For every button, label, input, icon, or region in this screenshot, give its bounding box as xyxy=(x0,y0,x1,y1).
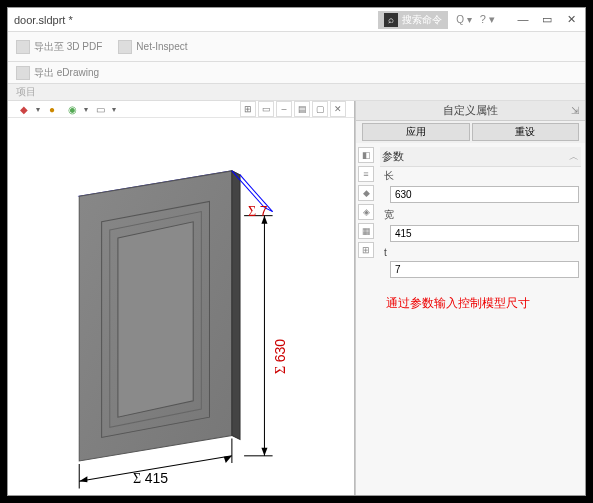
tile-icon[interactable]: ⊞ xyxy=(240,101,256,117)
panel-icon-3[interactable]: ◆ xyxy=(358,185,374,201)
stack-icon[interactable]: ▤ xyxy=(294,101,310,117)
search-box[interactable]: ⌕ 搜索命令 xyxy=(378,11,448,29)
width-label: 宽 xyxy=(380,206,581,222)
width-input[interactable] xyxy=(390,225,579,242)
dropdown-icon[interactable]: ▾ xyxy=(36,105,40,114)
assembly-icon[interactable]: ◆ xyxy=(16,101,32,117)
main-area: ◆ ▾ ● ◉ ▾ ▭ ▾ ⊞ ▭ – ▤ ▢ ✕ xyxy=(8,101,585,495)
scene-icon[interactable]: ◉ xyxy=(64,101,80,117)
viewport-controls: ⊞ ▭ – ▤ ▢ ✕ xyxy=(240,101,346,117)
dropdown-icon-3[interactable]: ▾ xyxy=(112,105,116,114)
chevron-up-icon: ︿ xyxy=(569,150,579,164)
apply-button[interactable]: 应用 xyxy=(362,123,470,141)
panel-icon-1[interactable]: ◧ xyxy=(358,147,374,163)
x-icon[interactable]: ✕ xyxy=(330,101,346,117)
section-header[interactable]: 参数 ︿ xyxy=(380,147,581,167)
view-toolbar: ◆ ▾ ● ◉ ▾ ▭ ▾ ⊞ ▭ – ▤ ▢ ✕ xyxy=(8,101,354,118)
panel-icon-4[interactable]: ◈ xyxy=(358,204,374,220)
panel-button-row: 应用 重设 xyxy=(356,121,585,143)
inspect-icon xyxy=(118,40,132,54)
panel-title-bar: 自定义属性 ⇲ xyxy=(356,101,585,121)
section-header-label: 参数 xyxy=(382,149,404,164)
reset-button[interactable]: 重设 xyxy=(472,123,580,141)
edrawing-icon xyxy=(16,66,30,80)
appearance-icon[interactable]: ● xyxy=(44,101,60,117)
close-view-icon[interactable]: – xyxy=(276,101,292,117)
window-controls: — ▭ ✕ xyxy=(515,13,579,26)
length-input[interactable] xyxy=(390,186,579,203)
search-placeholder: 搜索命令 xyxy=(402,13,442,27)
t-label: t xyxy=(380,245,581,258)
pushpin-icon[interactable]: ⇲ xyxy=(571,105,579,116)
properties-panel: 自定义属性 ⇲ 应用 重设 ◧ ≡ ◆ ◈ ▦ ⊞ 参数 xyxy=(355,101,585,495)
t-input[interactable] xyxy=(390,261,579,278)
maximize-icon[interactable]: ▭ xyxy=(539,13,555,26)
project-label: 项目 xyxy=(16,86,36,97)
export-edrawing-button[interactable]: 导出 eDrawing xyxy=(16,66,99,80)
search-dropdown-icon[interactable]: Q ▾ xyxy=(456,14,472,25)
viewport: ◆ ▾ ● ◉ ▾ ▭ ▾ ⊞ ▭ – ▤ ▢ ✕ xyxy=(8,101,355,495)
ribbon: 导出至 3D PDF Net-Inspect xyxy=(8,32,585,62)
titlebar: door.sldprt * ⌕ 搜索命令 Q ▾ ? ▾ — ▭ ✕ xyxy=(8,8,585,32)
pdf-icon xyxy=(16,40,30,54)
export-edrawing-label: 导出 eDrawing xyxy=(34,66,99,80)
close-icon[interactable]: ✕ xyxy=(563,13,579,26)
doc-title: door.sldprt * xyxy=(14,14,73,26)
annotation-text: 通过参数输入控制模型尺寸 xyxy=(380,291,581,316)
net-inspect-label: Net-Inspect xyxy=(136,41,187,52)
export-3dpdf-button[interactable]: 导出至 3D PDF xyxy=(16,40,102,54)
model-svg xyxy=(8,118,354,495)
ribbon-row2: 导出 eDrawing xyxy=(8,62,585,84)
svg-marker-2 xyxy=(232,171,240,440)
panel-icon-2[interactable]: ≡ xyxy=(358,166,374,182)
panel-fields: 参数 ︿ 长 宽 t 通过参数输入控制模型尺寸 xyxy=(380,147,581,491)
dim-thickness: Σ 7 xyxy=(248,203,267,220)
display-icon[interactable]: ▭ xyxy=(92,101,108,117)
panel-title-text: 自定义属性 xyxy=(443,103,498,118)
help-icon[interactable]: ? ▾ xyxy=(480,13,495,26)
svg-marker-5 xyxy=(118,222,193,417)
panel-icon-6[interactable]: ⊞ xyxy=(358,242,374,258)
dim-width: Σ 415 xyxy=(133,470,168,487)
panel-icon-column: ◧ ≡ ◆ ◈ ▦ ⊞ xyxy=(358,147,376,491)
net-inspect-button[interactable]: Net-Inspect xyxy=(118,40,187,54)
dim-height: Σ 630 xyxy=(272,339,289,374)
app-window: door.sldprt * ⌕ 搜索命令 Q ▾ ? ▾ — ▭ ✕ 导出至 3… xyxy=(7,7,586,496)
expand-icon[interactable]: ▭ xyxy=(258,101,274,117)
max-icon[interactable]: ▢ xyxy=(312,101,328,117)
minimize-icon[interactable]: — xyxy=(515,13,531,26)
dropdown-icon-2[interactable]: ▾ xyxy=(84,105,88,114)
export-3dpdf-label: 导出至 3D PDF xyxy=(34,40,102,54)
panel-body: ◧ ≡ ◆ ◈ ▦ ⊞ 参数 ︿ 长 宽 t xyxy=(356,143,585,495)
ribbon-footer: 项目 xyxy=(8,84,585,101)
length-label: 长 xyxy=(380,167,581,183)
panel-icon-5[interactable]: ▦ xyxy=(358,223,374,239)
model-canvas[interactable]: Σ 7 Σ 630 Σ 415 xyxy=(8,118,354,495)
search-icon: ⌕ xyxy=(384,13,398,27)
